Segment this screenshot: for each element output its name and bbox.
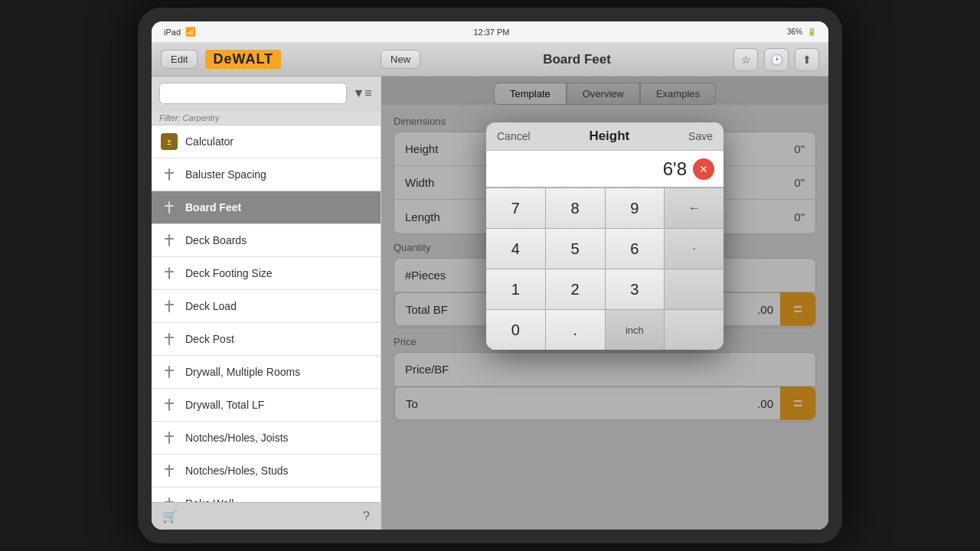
sidebar-item-deck-footing-size[interactable]: Deck Footing Size [152, 257, 381, 290]
keypad-btn-9[interactable]: 9 [606, 188, 665, 228]
sidebar-item-notches-holes-joists[interactable]: Notches/Holes, Joists [152, 422, 381, 455]
app-toolbar: Edit DeWALT New Board Feet ☆ 🕐 ⬆ [152, 43, 828, 77]
help-icon[interactable]: ? [363, 510, 370, 523]
svg-rect-17 [165, 435, 174, 437]
keypad-btn-3[interactable]: 3 [606, 269, 665, 309]
svg-rect-3 [165, 205, 174, 207]
dewalt-logo: DeWALT [205, 50, 281, 69]
filter-icon[interactable]: ▼≡ [351, 83, 373, 104]
svg-rect-0 [168, 168, 170, 181]
keypad-cancel-button[interactable]: Cancel [497, 130, 531, 142]
clock-icon: 🕐 [770, 54, 783, 66]
keypad-display-value: 6'8 [663, 158, 687, 180]
svg-rect-4 [168, 234, 170, 246]
filter-label: Filter: Carpentry [152, 111, 381, 126]
keypad-title: Height [589, 129, 629, 144]
keypad-header: Cancel Height Save [486, 122, 724, 151]
keypad-btn-4[interactable]: 4 [486, 229, 545, 269]
modal-overlay: Cancel Height Save 6'8 ✕ 7 [381, 77, 828, 530]
keypad-btn-blank [665, 269, 724, 309]
sidebar-bottom: 🛒 ? [152, 502, 381, 530]
sidebar-item-deck-post[interactable]: Deck Post [152, 323, 381, 356]
svg-rect-6 [168, 267, 170, 279]
keypad-btn-1[interactable]: 1 [486, 269, 545, 309]
keypad-btn-8[interactable]: 8 [546, 188, 605, 228]
tool-icon [162, 365, 176, 379]
new-button[interactable]: New [381, 50, 420, 69]
keypad-btn-5[interactable]: 5 [546, 229, 605, 269]
sidebar-item-label: Drywall, Total LF [185, 399, 264, 411]
sidebar-item-label: Notches/Holes, Joists [185, 432, 289, 444]
sidebar-item-label: Calculator [185, 135, 234, 148]
favorite-button[interactable]: ☆ [733, 48, 758, 71]
star-icon: ☆ [741, 54, 751, 66]
sidebar-item-board-feet[interactable]: Board Feet [152, 191, 381, 224]
keypad-btn-7[interactable]: 7 [486, 188, 545, 228]
sidebar-item-label: Deck Load [185, 300, 237, 312]
edit-button[interactable]: Edit [161, 50, 198, 69]
cart-icon[interactable]: 🛒 [162, 509, 178, 523]
sidebar-item-label: Deck Boards [185, 234, 247, 246]
main-content: ▼≡ Filter: Carpentry ± Calculator [152, 77, 828, 530]
keypad-btn-dot-mid[interactable]: · [665, 229, 724, 269]
sidebar-search-bar: ▼≡ [152, 77, 381, 111]
sidebar-item-calculator[interactable]: ± Calculator [152, 126, 381, 158]
keypad-save-button[interactable]: Save [688, 130, 713, 142]
keypad-btn-0[interactable]: 0 [486, 310, 545, 350]
sidebar-item-drywall-total-lf[interactable]: Drywall, Total LF [152, 389, 381, 422]
keypad-clear-button[interactable]: ✕ [693, 158, 714, 180]
svg-rect-11 [165, 337, 174, 338]
sidebar-item-deck-boards[interactable]: Deck Boards [152, 224, 381, 257]
sidebar-item-deck-load[interactable]: Deck Load [152, 290, 381, 323]
keypad-btn-6[interactable]: 6 [606, 229, 665, 269]
svg-rect-18 [168, 465, 170, 477]
toolbar-icons: ☆ 🕐 ⬆ [733, 48, 819, 71]
share-icon: ⬆ [802, 54, 812, 66]
tool-icon [162, 233, 176, 247]
keypad-grid: 7 8 9 ← 4 5 6 · 1 2 3 [486, 187, 724, 350]
tool-icon [162, 266, 176, 280]
sidebar-item-label: Baluster Spacing [185, 168, 266, 181]
keypad-btn-blank2 [665, 310, 724, 350]
svg-rect-13 [165, 370, 174, 371]
clear-icon: ✕ [699, 163, 708, 175]
page-title: Board Feet [428, 52, 726, 67]
sidebar-item-label: Deck Footing Size [185, 267, 273, 279]
search-input[interactable] [159, 83, 347, 104]
svg-rect-14 [168, 399, 170, 411]
wifi-icon: 📶 [185, 27, 196, 37]
svg-rect-12 [168, 366, 170, 378]
svg-rect-7 [165, 271, 174, 272]
svg-rect-10 [168, 333, 170, 345]
svg-rect-15 [165, 403, 174, 404]
tool-icon [162, 398, 176, 412]
tool-icon [162, 168, 176, 181]
keypad-btn-backspace[interactable]: ← [665, 188, 724, 228]
sidebar: ▼≡ Filter: Carpentry ± Calculator [152, 77, 381, 530]
sidebar-item-drywall-multiple-rooms[interactable]: Drywall, Multiple Rooms [152, 356, 381, 389]
share-button[interactable]: ⬆ [795, 48, 819, 71]
svg-rect-5 [165, 238, 174, 240]
sidebar-item-baluster-spacing[interactable]: Baluster Spacing [152, 158, 381, 191]
calculator-icon: ± [161, 133, 178, 150]
keypad-btn-decimal[interactable]: . [546, 310, 605, 350]
tool-icon [162, 332, 176, 346]
sidebar-item-notches-holes-studs[interactable]: Notches/Holes, Studs [152, 455, 381, 487]
sidebar-list: ± Calculator Baluster Spacing [152, 126, 381, 502]
sidebar-item-rake-wall[interactable]: Rake Wall [152, 487, 381, 502]
svg-rect-1 [165, 172, 174, 174]
battery-icon: 🔋 [807, 28, 816, 36]
history-button[interactable]: 🕐 [764, 48, 789, 71]
tool-icon [162, 299, 176, 313]
svg-rect-9 [165, 304, 174, 305]
keypad-btn-inch[interactable]: inch [606, 310, 665, 350]
svg-rect-19 [165, 468, 174, 470]
svg-rect-16 [168, 432, 170, 444]
sidebar-item-label: Drywall, Multiple Rooms [185, 366, 300, 378]
sidebar-item-label: Board Feet [185, 201, 241, 214]
keypad-modal: Cancel Height Save 6'8 ✕ 7 [486, 122, 724, 350]
keypad-btn-2[interactable]: 2 [546, 269, 605, 309]
keypad-display: 6'8 ✕ [486, 151, 724, 187]
svg-rect-2 [168, 201, 170, 214]
sidebar-item-label: Notches/Holes, Studs [185, 465, 289, 477]
